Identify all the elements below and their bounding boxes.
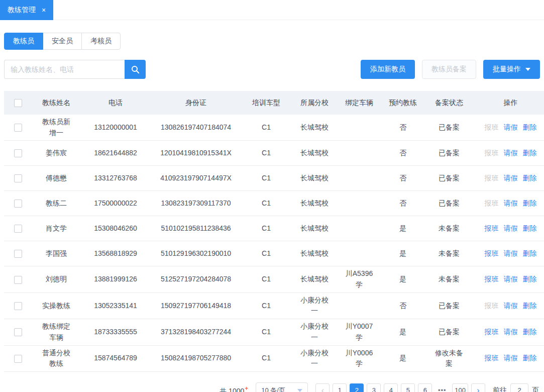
enroll-link[interactable]: 报班 [485, 249, 499, 257]
search-button[interactable] [125, 60, 146, 79]
page-size-value: 10 条/页 [261, 386, 285, 392]
search-input[interactable] [4, 60, 125, 79]
tab-safety-officer[interactable]: 安全员 [43, 33, 82, 50]
leave-link[interactable]: 请假 [504, 123, 518, 131]
page-button-2[interactable]: 2 [350, 383, 364, 392]
cell-branch: 长城驾校 [291, 141, 338, 166]
leave-link[interactable]: 请假 [504, 149, 518, 157]
cell-coach-name: 教练绑定车辆 [32, 319, 80, 345]
delete-link[interactable]: 删除 [523, 275, 537, 283]
cell-vehicle-type: C1 [241, 141, 291, 166]
next-page-button[interactable]: › [471, 383, 485, 392]
search-group [4, 60, 146, 79]
delete-link[interactable]: 删除 [523, 174, 537, 182]
row-checkbox[interactable] [14, 250, 22, 258]
page-button-1[interactable]: 1 [333, 383, 347, 392]
batch-operation-button[interactable]: 批量操作 [483, 60, 540, 79]
select-all-checkbox[interactable] [14, 99, 22, 107]
add-coach-button[interactable]: 添加新教员 [361, 60, 415, 79]
enroll-link[interactable]: 报班 [485, 224, 499, 232]
cell-bound-vehicle [338, 241, 381, 266]
delete-link[interactable]: 删除 [523, 302, 537, 310]
tab-coach-label: 教练员 [13, 37, 34, 46]
row-checkbox[interactable] [14, 225, 22, 233]
row-checkbox[interactable] [14, 355, 22, 363]
tab-coach[interactable]: 教练员 [4, 33, 43, 50]
enroll-link[interactable]: 报班 [485, 199, 499, 207]
page-button-100[interactable]: 100 [452, 383, 468, 392]
cell-actions: 报班请假删除 [473, 141, 544, 166]
row-checkbox[interactable] [14, 200, 22, 208]
cell-bound-vehicle: 川A5396学 [338, 266, 381, 292]
cell-booking: 是 [381, 216, 425, 241]
table-row: 教练绑定车辆18733335555371328198403277244C1小康分… [4, 319, 544, 345]
table-row: 普通分校教练15874564789150824198705277880C1小康分… [4, 345, 544, 371]
cell-record-status: 已备案 [425, 191, 473, 216]
header-vehicle-type: 培训车型 [241, 91, 291, 115]
cell-actions: 报班请假删除 [473, 191, 544, 216]
cell-record-status: 修改未备案 [425, 345, 473, 371]
page-button-3[interactable]: 3 [367, 383, 381, 392]
prev-page-button[interactable]: ‹ [315, 383, 330, 392]
row-checkbox[interactable] [14, 276, 22, 284]
cell-coach-name: 刘德明 [32, 266, 80, 292]
cell-booking: 否 [381, 191, 425, 216]
window-tab-coach-management[interactable]: 教练管理 × [0, 0, 53, 20]
cell-bound-vehicle: 川Y0007学 [338, 319, 381, 345]
header-branch: 所属分校 [291, 91, 338, 115]
cell-id-card: 130823197309117370 [151, 191, 241, 216]
cell-coach-name: 姜伟宸 [32, 141, 80, 166]
enroll-link[interactable]: 报班 [485, 123, 499, 131]
leave-link[interactable]: 请假 [504, 328, 518, 336]
cell-vehicle-type: C1 [241, 266, 291, 292]
leave-link[interactable]: 请假 [504, 199, 518, 207]
cell-record-status: 未备案 [425, 216, 473, 241]
delete-link[interactable]: 删除 [523, 354, 537, 362]
delete-link[interactable]: 删除 [523, 123, 537, 131]
cell-phone: 17500000022 [80, 191, 151, 216]
leave-link[interactable]: 请假 [504, 275, 518, 283]
cell-actions: 报班请假删除 [473, 216, 544, 241]
row-checkbox[interactable] [14, 302, 22, 310]
cell-actions: 报班请假删除 [473, 345, 544, 371]
cell-vehicle-type: C1 [241, 292, 291, 319]
delete-link[interactable]: 删除 [523, 199, 537, 207]
enroll-link[interactable]: 报班 [485, 149, 499, 157]
cell-actions: 报班请假删除 [473, 319, 544, 345]
row-select-cell [4, 319, 32, 345]
delete-link[interactable]: 删除 [523, 249, 537, 257]
enroll-link[interactable]: 报班 [485, 354, 499, 362]
goto-page-input[interactable] [510, 383, 528, 392]
delete-link[interactable]: 删除 [523, 328, 537, 336]
leave-link[interactable]: 请假 [504, 249, 518, 257]
leave-link[interactable]: 请假 [504, 302, 518, 310]
delete-link[interactable]: 删除 [523, 149, 537, 157]
cell-booking: 是 [381, 345, 425, 371]
cell-id-card: 150927197706149418 [151, 292, 241, 319]
page-size-select[interactable]: 10 条/页 [256, 382, 308, 392]
page-button-4[interactable]: 4 [384, 383, 398, 392]
enroll-link[interactable]: 报班 [485, 275, 499, 283]
leave-link[interactable]: 请假 [504, 174, 518, 182]
row-checkbox[interactable] [14, 328, 22, 336]
enroll-link[interactable]: 报班 [485, 302, 499, 310]
leave-link[interactable]: 请假 [504, 354, 518, 362]
page-button-6[interactable]: 6 [418, 383, 432, 392]
row-checkbox[interactable] [14, 149, 22, 157]
cell-record-status: 已备案 [425, 166, 473, 191]
enroll-link[interactable]: 报班 [485, 328, 499, 336]
close-tab-icon[interactable]: × [42, 7, 46, 14]
row-checkbox[interactable] [14, 174, 22, 182]
cell-record-status: 未备案 [425, 266, 473, 292]
delete-link[interactable]: 删除 [523, 224, 537, 232]
header-actions: 操作 [473, 91, 544, 115]
cell-coach-name: 傅德懋 [32, 166, 80, 191]
row-checkbox[interactable] [14, 124, 22, 132]
cell-booking: 否 [381, 166, 425, 191]
tab-examiner[interactable]: 考核员 [81, 33, 121, 50]
enroll-link[interactable]: 报班 [485, 174, 499, 182]
page-button-5[interactable]: 5 [401, 383, 415, 392]
leave-link[interactable]: 请假 [504, 224, 518, 232]
pager-ellipsis[interactable]: ••• [435, 383, 449, 392]
cell-phone: 15308046260 [80, 216, 151, 241]
